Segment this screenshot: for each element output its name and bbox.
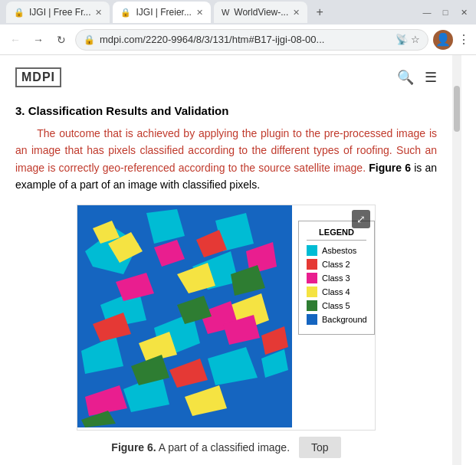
legend-label-asbestos: Asbestos <box>322 246 356 255</box>
legend-item-asbestos: Asbestos <box>307 245 366 256</box>
legend-item-background: Background <box>307 314 366 325</box>
legend-label-class4: Class 4 <box>322 287 350 296</box>
figure-image-container: ⤢ <box>77 205 376 431</box>
url-bar[interactable]: 🔒 mdpi.com/2220-9964/8/3/131/htm#B17-ijg… <box>75 29 428 51</box>
figure-expand-button[interactable]: ⤢ <box>352 210 370 228</box>
legend-item-class5: Class 5 <box>307 300 366 311</box>
menu-icon[interactable]: ☰ <box>425 69 437 86</box>
maximize-button[interactable]: □ <box>439 6 451 18</box>
tab-3[interactable]: W WorldView-... ✕ <box>214 2 307 23</box>
address-bar: ← → ↻ 🔒 mdpi.com/2220-9964/8/3/131/htm#B… <box>0 25 476 55</box>
browser-menu-button[interactable]: ⋮ <box>458 32 470 47</box>
forward-button[interactable]: → <box>29 31 48 49</box>
tab-3-icon: W <box>222 8 229 17</box>
tab-3-label: WorldView-... <box>234 7 288 18</box>
figure-legend: LEGEND Asbestos Class 2 Class 3 <box>298 221 375 335</box>
title-bar: 🔒 IJGI | Free Fr... ✕ 🔒 IJGI | Freier...… <box>0 0 476 25</box>
new-tab-button[interactable]: + <box>310 3 329 21</box>
page-content: MDPI 🔍 ☰ 3. Classification Results and V… <box>0 55 476 465</box>
legend-color-asbestos <box>307 245 317 256</box>
profile-avatar[interactable]: 👤 <box>433 30 453 50</box>
url-actions: 📡 ☆ <box>396 34 420 45</box>
legend-color-class5 <box>307 300 317 311</box>
scrollbar[interactable] <box>452 55 461 465</box>
search-icon[interactable]: 🔍 <box>397 69 414 86</box>
tab-3-close[interactable]: ✕ <box>293 8 300 18</box>
figure-caption: Figure 6. A part of a classified image. … <box>111 437 340 458</box>
figure-caption-num: Figure 6. <box>111 441 156 454</box>
legend-item-class2: Class 2 <box>307 259 366 270</box>
cast-icon[interactable]: 📡 <box>396 34 408 45</box>
tab-2-label: IJGI | Freier... <box>136 7 191 18</box>
tab-1-icon: 🔒 <box>14 8 25 18</box>
top-button[interactable]: Top <box>299 437 341 458</box>
figure-reference: Figure 6 <box>369 162 411 174</box>
legend-color-class4 <box>307 287 317 297</box>
article-body: The outcome that is achieved by applying… <box>15 125 437 194</box>
expand-icon: ⤢ <box>356 213 366 225</box>
avatar-image: 👤 <box>435 32 451 47</box>
close-button[interactable]: ✕ <box>458 6 470 18</box>
tab-1-label: IJGI | Free Fr... <box>29 7 90 18</box>
legend-color-class3 <box>307 273 317 283</box>
legend-label-class3: Class 3 <box>322 273 350 283</box>
satellite-image <box>77 205 292 427</box>
legend-label-background: Background <box>322 315 367 324</box>
scrollbar-thumb[interactable] <box>454 86 460 132</box>
figure-caption-text: Figure 6. A part of a classified image. <box>111 441 290 454</box>
legend-title: LEGEND <box>307 228 366 241</box>
section-heading: 3. Classification Results and Validation <box>15 104 437 117</box>
minimize-button[interactable]: — <box>421 6 433 18</box>
legend-item-class4: Class 4 <box>307 287 366 297</box>
window-controls: — □ ✕ <box>421 6 470 18</box>
tab-1[interactable]: 🔒 IJGI | Free Fr... ✕ <box>6 2 110 23</box>
legend-color-class2 <box>307 259 317 270</box>
reload-button[interactable]: ↻ <box>52 31 71 49</box>
legend-label-class2: Class 2 <box>322 260 350 269</box>
legend-item-class3: Class 3 <box>307 273 366 283</box>
lock-icon: 🔒 <box>84 34 95 45</box>
article-indent <box>15 127 34 139</box>
bookmark-icon[interactable]: ☆ <box>411 34 420 45</box>
tab-2[interactable]: 🔒 IJGI | Freier... ✕ <box>113 2 210 23</box>
mdpi-logo[interactable]: MDPI <box>15 67 61 87</box>
mdpi-header: MDPI 🔍 ☰ <box>15 67 437 93</box>
legend-label-class5: Class 5 <box>322 301 350 310</box>
figure-6-wrapper: ⤢ <box>15 205 437 458</box>
legend-color-background <box>307 314 317 325</box>
figure-caption-description: A part of a classified image. <box>159 441 290 454</box>
back-button[interactable]: ← <box>6 31 25 49</box>
tab-2-icon: 🔒 <box>120 8 131 18</box>
tab-1-close[interactable]: ✕ <box>95 8 102 18</box>
tab-2-close[interactable]: ✕ <box>196 8 203 18</box>
content-area: MDPI 🔍 ☰ 3. Classification Results and V… <box>0 55 452 465</box>
header-icons: 🔍 ☰ <box>397 69 437 86</box>
url-text: mdpi.com/2220-9964/8/3/131/htm#B17-ijgi-… <box>100 34 391 45</box>
